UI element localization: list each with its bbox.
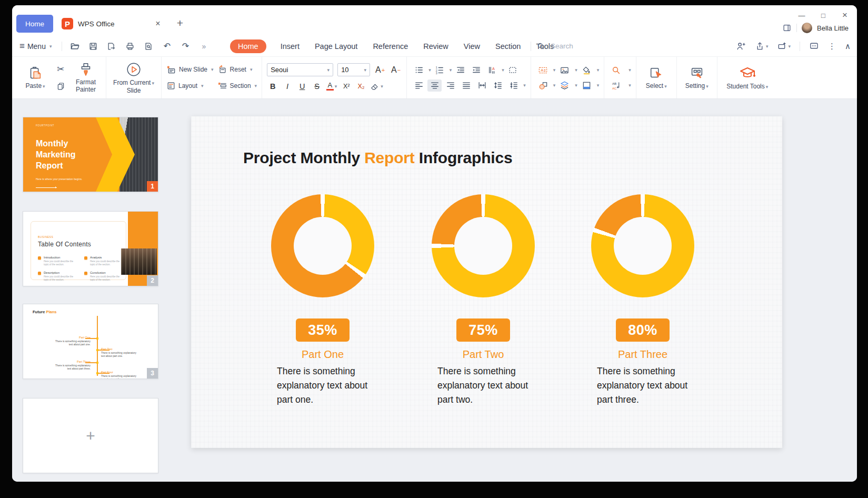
comments-icon[interactable] bbox=[809, 41, 819, 51]
menu-button[interactable]: ≡ Menu ▾ bbox=[19, 41, 52, 52]
add-collaborator-icon[interactable] bbox=[736, 41, 746, 51]
font-size-select[interactable]: 10 ▾ bbox=[337, 63, 370, 76]
clear-format-icon[interactable]: ▾ bbox=[370, 80, 383, 92]
new-tab-button[interactable]: + bbox=[173, 17, 187, 29]
chart-block-1[interactable]: 35% Part One There is something explanat… bbox=[265, 194, 381, 407]
collapse-ribbon-icon[interactable]: ∧ bbox=[845, 42, 851, 51]
line-spacing-decrease-icon[interactable] bbox=[506, 79, 521, 92]
font-family-select[interactable]: Seoui ▾ bbox=[267, 63, 333, 76]
frame-style-icon[interactable] bbox=[580, 79, 594, 92]
user-name[interactable]: Bella Little bbox=[817, 24, 849, 32]
chevron-down-icon: ▾ bbox=[152, 81, 154, 86]
strikethrough-icon[interactable]: S bbox=[311, 80, 323, 92]
export-icon[interactable] bbox=[106, 41, 117, 52]
replace-icon[interactable]: ABAC bbox=[609, 79, 623, 92]
slide-thumbnail-3[interactable]: Future Plans Part One There is something… bbox=[23, 304, 158, 379]
justify-icon[interactable] bbox=[459, 79, 473, 92]
reset-button[interactable]: Reset ▾ bbox=[218, 64, 257, 75]
donut-chart-part-three[interactable] bbox=[591, 194, 694, 297]
picture-icon[interactable] bbox=[557, 64, 572, 76]
increase-font-icon[interactable]: A+ bbox=[374, 64, 386, 76]
tab-home[interactable]: Home bbox=[230, 39, 266, 53]
arrange-layers-icon[interactable] bbox=[557, 79, 572, 92]
tab-section[interactable]: Section bbox=[494, 39, 522, 53]
donut-chart-part-two[interactable] bbox=[432, 194, 535, 297]
maximize-button[interactable]: □ bbox=[820, 12, 827, 19]
document-tab[interactable]: P WPS Office × bbox=[56, 14, 168, 33]
slide-thumbnail-1[interactable]: FOURTPOINT Monthly Marketing Report Here… bbox=[23, 117, 158, 192]
new-window-icon[interactable]: ▾ bbox=[777, 41, 791, 51]
superscript-icon[interactable]: X² bbox=[341, 80, 352, 92]
paste-label: Paste bbox=[25, 82, 42, 89]
subscript-icon[interactable]: X₂ bbox=[355, 80, 367, 92]
open-file-icon[interactable] bbox=[69, 41, 81, 52]
setting-button[interactable]: Setting▾ bbox=[682, 61, 712, 95]
print-icon[interactable] bbox=[124, 41, 136, 52]
chart-block-2[interactable]: 75% Part Two There is something explanat… bbox=[425, 194, 541, 407]
student-tools-button[interactable]: Student Tools▾ bbox=[722, 61, 773, 95]
align-center-icon[interactable] bbox=[427, 79, 442, 92]
tab-insert[interactable]: Insert bbox=[280, 39, 301, 53]
window-controls: — □ × bbox=[798, 10, 849, 21]
new-slide-button[interactable]: New Slide ▾ bbox=[166, 64, 214, 75]
search-input[interactable] bbox=[551, 42, 619, 50]
cut-icon[interactable]: ✂ bbox=[55, 64, 66, 75]
clipboard-group: Paste▾ ✂ Farmat Painter bbox=[15, 57, 106, 98]
part-label: Part Three bbox=[618, 348, 667, 361]
line-spacing-increase-icon[interactable] bbox=[491, 79, 505, 92]
align-right-icon[interactable] bbox=[443, 79, 457, 92]
tab-review[interactable]: Review bbox=[422, 39, 450, 53]
more-quick-actions-icon[interactable]: » bbox=[198, 41, 209, 52]
font-size-value: 10 bbox=[341, 66, 348, 74]
align-left-icon[interactable] bbox=[412, 79, 426, 92]
side-panel-icon[interactable] bbox=[782, 23, 792, 33]
share-icon[interactable]: ▾ bbox=[755, 41, 769, 51]
donut-chart-part-one[interactable] bbox=[271, 194, 374, 297]
slide-title[interactable]: Project Monthly Report Infographics bbox=[243, 149, 512, 167]
redo-icon[interactable]: ↷ bbox=[179, 41, 191, 52]
bullet-list-icon[interactable] bbox=[412, 64, 426, 76]
section-button[interactable]: Section ▾ bbox=[218, 80, 257, 92]
minimize-button[interactable]: — bbox=[798, 12, 805, 19]
save-icon[interactable] bbox=[87, 41, 99, 52]
underline-icon[interactable]: U bbox=[296, 80, 308, 92]
find-icon[interactable] bbox=[609, 64, 623, 76]
italic-icon[interactable]: I bbox=[282, 80, 293, 92]
decrease-indent-icon[interactable] bbox=[453, 64, 467, 76]
add-slide-placeholder[interactable]: + bbox=[23, 398, 158, 473]
slide-thumbnail-2[interactable]: BUSINESS Table Of Contents Introduction … bbox=[23, 211, 158, 286]
timeline-node bbox=[96, 372, 98, 374]
undo-icon[interactable]: ↶ bbox=[161, 41, 173, 52]
distribute-icon[interactable] bbox=[475, 79, 489, 92]
close-button[interactable]: × bbox=[841, 10, 849, 21]
copy-icon[interactable] bbox=[55, 81, 66, 92]
bold-icon[interactable]: B bbox=[267, 80, 278, 92]
text-direction-icon[interactable]: A bbox=[485, 64, 499, 76]
chart-block-3[interactable]: 80% Part Three There is something explan… bbox=[585, 194, 701, 407]
from-current-label2: Slide bbox=[127, 87, 141, 95]
home-launcher-tab[interactable]: Home bbox=[16, 15, 53, 33]
from-current-slide-button[interactable]: From Current▾ Slide bbox=[111, 61, 156, 95]
ribbon-tabs: Home Insert Page Layout Reference Review… bbox=[230, 36, 555, 56]
chevron-down-icon: ▾ bbox=[250, 67, 253, 72]
fill-color-icon[interactable] bbox=[580, 64, 594, 76]
avatar[interactable] bbox=[802, 23, 812, 33]
slide-canvas[interactable]: Project Monthly Report Infographics 35% … bbox=[191, 116, 782, 448]
selection-box-icon[interactable] bbox=[506, 64, 520, 76]
increase-indent-icon[interactable] bbox=[469, 64, 483, 76]
numbered-list-icon[interactable]: 123 bbox=[433, 64, 447, 76]
tab-reference[interactable]: Reference bbox=[372, 39, 409, 53]
layout-button[interactable]: Layout ▾ bbox=[166, 80, 214, 92]
tab-view[interactable]: View bbox=[463, 39, 481, 53]
tab-close-icon[interactable]: × bbox=[153, 19, 163, 28]
more-options-icon[interactable]: ⋮ bbox=[828, 42, 836, 51]
paste-button[interactable]: Paste▾ bbox=[20, 61, 51, 95]
text-box-icon[interactable]: A bbox=[536, 64, 550, 76]
font-color-icon[interactable]: A ▾ bbox=[326, 80, 337, 92]
tab-page-layout[interactable]: Page Layout bbox=[314, 39, 358, 53]
print-preview-icon[interactable] bbox=[143, 41, 154, 52]
format-painter-button[interactable]: Farmat Painter bbox=[71, 61, 101, 95]
decrease-font-icon[interactable]: A− bbox=[390, 64, 402, 76]
select-button[interactable]: Select▾ bbox=[641, 61, 672, 95]
shapes-icon[interactable] bbox=[536, 79, 550, 92]
